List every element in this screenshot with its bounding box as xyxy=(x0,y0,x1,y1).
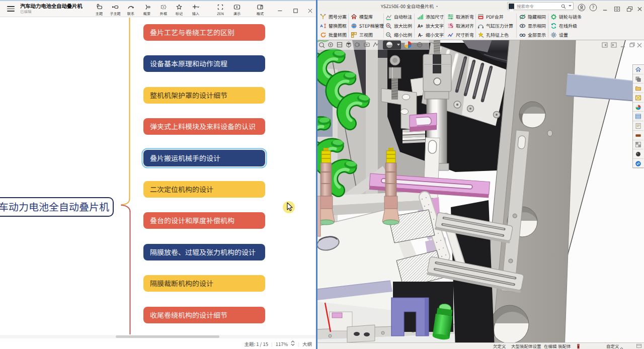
toolbar-zen-button[interactable]: ZEN xyxy=(211,4,229,16)
toolbar-boundary-label: 外框 xyxy=(155,11,172,16)
toolbar-relation-label: 联系 xyxy=(122,11,139,16)
mindmap-topic-node[interactable]: 弹夹式上料模块及来料设备的认识 xyxy=(143,118,265,135)
enlarge-text-icon: A+ xyxy=(417,23,424,29)
ribbon-command-label: 放大比例 xyxy=(394,23,412,29)
hscrollbar-thumb[interactable] xyxy=(116,335,219,338)
cad-3d-viewport[interactable] xyxy=(317,40,644,342)
taskpane-link-tab[interactable] xyxy=(633,159,643,168)
toolbar-present-button[interactable]: 演示 xyxy=(228,4,246,16)
ribbon-command[interactable]: 三视图 xyxy=(351,30,373,39)
ribbon-command-label: 设置 xyxy=(559,32,568,38)
outline-toggle[interactable]: 大纲 xyxy=(302,340,312,347)
zoom-stepper-icon[interactable] xyxy=(291,340,295,347)
solidworks-logo-icon xyxy=(509,4,514,9)
minimize-button[interactable] xyxy=(277,4,284,11)
ribbon-group-separator xyxy=(348,14,349,38)
cad-window: YSZ150E-00 全自动叠片机 · 搜索命令 ? xyxy=(317,0,644,349)
command-search-box[interactable]: 搜索命令 xyxy=(507,2,574,10)
hole-color-icon xyxy=(477,29,484,41)
ribbon-command-label: 模型库 xyxy=(359,14,373,20)
svg-text:A: A xyxy=(320,24,323,28)
mindmap-topic-node[interactable]: 叠台的设计和厚度补偿机构 xyxy=(143,212,265,229)
status-separator: | xyxy=(298,341,299,347)
ribbon-command-label: 放大文字 xyxy=(426,23,444,29)
close-button[interactable] xyxy=(307,4,314,11)
mindmap-topic-node[interactable]: 整机机架护罩的设计细节 xyxy=(143,87,265,104)
ribbon-command[interactable]: 尺寸折弯 xyxy=(447,30,474,39)
mindmap-topic-node[interactable]: 二次定位机构的设计 xyxy=(143,181,265,198)
mindmap-topic-node[interactable]: 隔膜放卷、过辊及张力机构的设计 xyxy=(143,244,265,260)
ribbon-command[interactable]: A-缩小文字 xyxy=(417,30,444,39)
cad-statusbar: 欠定义 大型装配体设置 在编辑 装配体 自定义 xyxy=(317,342,644,349)
ribbon-command[interactable]: A+放大文字 xyxy=(417,21,444,30)
cad-titlebar: YSZ150E-00 全自动叠片机 · 搜索命令 ? xyxy=(317,1,644,12)
ribbon-command[interactable]: 添加尺寸 xyxy=(417,12,444,21)
dimension-bend-icon xyxy=(447,29,454,41)
ribbon-command-label: 添加尺寸 xyxy=(426,14,444,20)
toolbar-relation-button[interactable]: 联系 xyxy=(122,4,140,16)
mindmap-topic-node[interactable]: 叠片工艺与卷绕工艺的区别 xyxy=(143,24,265,41)
toolbar-topic-label: 主题 xyxy=(91,11,108,16)
cad-plugin-ribbon: 图号分离 A替换图框 批量转图 模型库 STEP档管理 三视图 自动标注 放大比… xyxy=(317,12,644,40)
minimize-button[interactable] xyxy=(602,3,609,9)
suction-stem-partial xyxy=(317,196,320,236)
ribbon-command-label: 显示相同 xyxy=(528,23,546,29)
ribbon-command[interactable]: 全部显示 xyxy=(519,30,546,39)
help-icon[interactable]: ? xyxy=(589,2,597,10)
toolbar-present-label: 演示 xyxy=(228,11,246,16)
status-tag-icon xyxy=(577,344,580,349)
ribbon-command-label: 全部显示 xyxy=(528,32,546,38)
mindmap-statusbar: 主题: 1 / 15 | 117% | 大纲 xyxy=(244,340,312,348)
ribbon-command-label: 在线升级 xyxy=(559,23,577,29)
split-view-button[interactable] xyxy=(614,3,621,9)
shrink-text-icon: A- xyxy=(417,32,424,38)
user-account-icon[interactable] xyxy=(578,2,586,10)
ribbon-command-label: 缩小比例 xyxy=(394,32,412,38)
close-button[interactable] xyxy=(636,3,643,9)
toolbar-marker-button[interactable]: 标记 xyxy=(170,4,188,16)
zoom-level[interactable]: 117% xyxy=(276,340,288,347)
mindmap-topic-node[interactable]: 设备基本原理和动作流程 xyxy=(143,55,265,72)
toolbar-topic-button[interactable]: 主题 xyxy=(90,4,108,16)
ribbon-group-separator xyxy=(475,14,476,38)
pink-u-bracket xyxy=(410,113,437,132)
document-status: 已编辑 xyxy=(20,9,83,14)
restore-button[interactable] xyxy=(626,3,633,9)
headsup-view-toolbar[interactable] xyxy=(317,40,429,50)
ribbon-group-separator xyxy=(444,14,444,38)
topic-icon xyxy=(90,4,108,11)
toolbar-zen-label: ZEN xyxy=(212,11,229,16)
svg-text:?: ? xyxy=(592,5,595,10)
hamburger-menu-icon[interactable] xyxy=(7,6,15,12)
toolbar-summary-button[interactable]: 概要 xyxy=(138,4,156,16)
present-icon xyxy=(228,4,246,11)
mindmap-root-node[interactable]: 汽车动力电池全自动叠片机 xyxy=(0,197,114,217)
ribbon-command-label: STEP档管理 xyxy=(359,23,384,29)
customize-menu[interactable]: 自定义 xyxy=(606,343,619,349)
mindmap-topic-node[interactable]: 叠片搬运机械手的设计 xyxy=(143,150,265,166)
ribbon-command[interactable]: 批量转图 xyxy=(320,30,347,39)
mindmap-topic-node[interactable]: 收尾卷绕机构的设计细节 xyxy=(143,307,265,323)
ribbon-command[interactable]: 设置 xyxy=(550,30,568,39)
ribbon-command[interactable]: 孔特征上色 xyxy=(477,30,509,39)
ribbon-command-label: 替换图框 xyxy=(329,23,347,29)
ribbon-command-label: 自动标注 xyxy=(394,14,412,20)
horizontal-scrollbar[interactable] xyxy=(0,335,316,338)
maximize-button[interactable] xyxy=(293,4,300,11)
toolbar-summary-label: 概要 xyxy=(138,11,155,16)
search-placeholder: 搜索命令 xyxy=(517,3,534,10)
toolbar-format-button[interactable]: 格式 xyxy=(251,4,269,16)
search-icon[interactable] xyxy=(561,4,566,9)
mindmap-window: 汽车动力电池全自动叠片机 已编辑 主题 子主题 联系 概要 外框 标记 插入 Z… xyxy=(0,0,317,349)
mindmap-canvas[interactable]: 叠片工艺与卷绕工艺的区别 设备基本原理和动作流程 整机机架护罩的设计细节 弹夹式… xyxy=(0,18,316,349)
cad-document-title: YSZ150E-00 全自动叠片机 · xyxy=(350,3,470,10)
ribbon-command[interactable]: 缩小比例 xyxy=(385,30,412,39)
settings-icon xyxy=(550,29,557,41)
toolbar-insert-button[interactable]: 插入 xyxy=(187,4,205,16)
definition-status: 欠定义 xyxy=(493,343,506,349)
zen-icon xyxy=(211,4,229,11)
ribbon-group-separator xyxy=(516,14,517,38)
toolbar-marker-label: 标记 xyxy=(171,11,188,16)
search-dropdown-caret[interactable] xyxy=(569,5,572,7)
mindmap-topic-node[interactable]: 隔膜裁断机构的设计 xyxy=(143,275,265,292)
